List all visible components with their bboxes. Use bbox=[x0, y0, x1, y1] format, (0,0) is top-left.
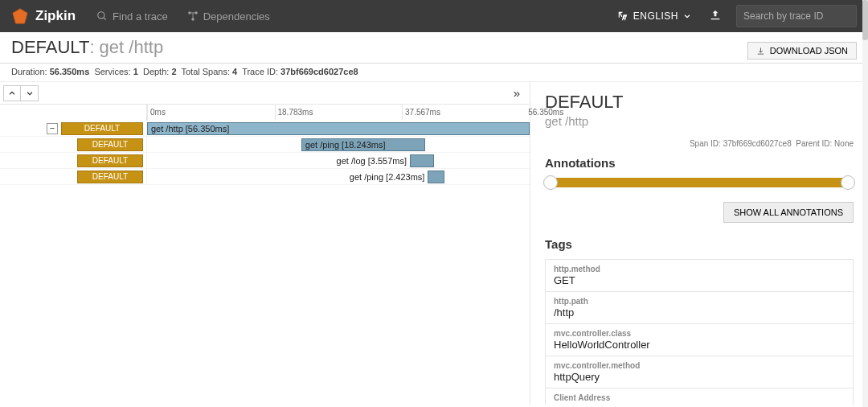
download-json-button[interactable]: DOWNLOAD JSON bbox=[747, 42, 857, 60]
detail-op: get /http bbox=[545, 114, 854, 128]
tag-key: mvc.controller.class bbox=[554, 329, 845, 338]
row-collapse-toggle[interactable]: − bbox=[47, 123, 58, 134]
timeline-panel: » 0ms 18.783ms 37.567ms 56.350ms −DEFAUL… bbox=[0, 82, 530, 405]
chevron-up-icon bbox=[8, 89, 16, 97]
parentid-value: None bbox=[834, 139, 854, 148]
service-pill: DEFAULT bbox=[61, 122, 143, 135]
svg-point-1 bbox=[98, 12, 104, 18]
span-bar-label: get /ping [2.423ms] bbox=[350, 169, 428, 185]
nav-find-label: Find a trace bbox=[113, 10, 168, 23]
trace-header: DEFAULT: get /http DOWNLOAD JSON bbox=[0, 32, 868, 64]
service-pill: DEFAULT bbox=[77, 171, 143, 183]
span-row[interactable]: DEFAULTget /ping [18.243ms] bbox=[0, 137, 530, 153]
tag-item: http.path/http bbox=[545, 292, 854, 324]
meta-depth: 2 bbox=[171, 67, 176, 76]
upload-icon bbox=[709, 9, 722, 22]
chevron-down-icon bbox=[26, 89, 34, 97]
meta-duration: 56.350ms bbox=[50, 67, 90, 76]
span-bar[interactable] bbox=[410, 154, 434, 167]
spanid-label: Span ID: bbox=[690, 139, 721, 148]
span-row[interactable]: DEFAULTget /log [3.557ms] bbox=[0, 153, 530, 169]
zipkin-logo-icon bbox=[11, 7, 29, 25]
tags-title: Tags bbox=[545, 237, 854, 251]
detail-service: DEFAULT bbox=[545, 92, 854, 113]
brand-text: Zipkin bbox=[35, 8, 76, 24]
tag-key: mvc.controller.method bbox=[554, 361, 845, 370]
meta-services: 1 bbox=[133, 67, 138, 76]
tag-item: Client Address127.0.0.1:56582 bbox=[545, 388, 854, 405]
tick: 37.567ms bbox=[402, 105, 440, 121]
id-row: Span ID: 37bf669cd6027ce8 Parent ID: Non… bbox=[545, 139, 854, 148]
show-all-annotations-button[interactable]: SHOW ALL ANNOTATIONS bbox=[723, 202, 854, 223]
top-nav: Zipkin Find a trace Dependencies ENGLISH bbox=[0, 0, 868, 32]
tag-value: 127.0.0.1:56582 bbox=[554, 403, 845, 405]
meta-depth-label: Depth: bbox=[143, 67, 169, 76]
service-pill: DEFAULT bbox=[77, 154, 143, 167]
meta-totalspans: 4 bbox=[232, 67, 237, 76]
span-rows: −DEFAULTget /http [56.350ms]DEFAULTget /… bbox=[0, 121, 530, 185]
span-row[interactable]: DEFAULTget /ping [2.423ms] bbox=[0, 169, 530, 185]
download-label: DOWNLOAD JSON bbox=[770, 46, 848, 56]
language-selector[interactable]: ENGLISH bbox=[617, 10, 691, 22]
tags-list: http.methodGEThttp.path/httpmvc.controll… bbox=[545, 259, 854, 405]
span-bar[interactable]: get /ping [18.243ms] bbox=[301, 138, 425, 151]
svg-marker-0 bbox=[13, 9, 27, 23]
span-bar[interactable] bbox=[428, 171, 444, 183]
expand-down-button[interactable] bbox=[21, 85, 39, 101]
trace-meta: Duration: 56.350ms Services: 1 Depth: 2 … bbox=[0, 64, 868, 82]
expand-up-button[interactable] bbox=[3, 85, 21, 101]
annotation-dot-start[interactable] bbox=[543, 175, 558, 190]
annotation-dot-end[interactable] bbox=[841, 175, 855, 190]
nav-dependencies[interactable]: Dependencies bbox=[187, 10, 270, 23]
language-label: ENGLISH bbox=[633, 10, 678, 22]
tick: 0ms bbox=[147, 105, 166, 121]
meta-totalspans-label: Total Spans: bbox=[181, 67, 230, 76]
translate-icon bbox=[617, 10, 628, 22]
meta-traceid-label: Trace ID: bbox=[242, 67, 278, 76]
tag-value: httpQuery bbox=[554, 371, 845, 383]
service-pill: DEFAULT bbox=[77, 138, 143, 151]
span-bar-label: get /log [3.557ms] bbox=[337, 153, 410, 169]
parentid-label: Parent ID: bbox=[796, 139, 832, 148]
tag-item: mvc.controller.classHelloWorldController bbox=[545, 324, 854, 356]
dependencies-icon bbox=[187, 10, 199, 22]
span-bar[interactable]: get /http [56.350ms] bbox=[147, 122, 530, 135]
tag-value: /http bbox=[554, 306, 845, 319]
download-icon bbox=[756, 47, 765, 56]
collapse-right-button[interactable]: » bbox=[514, 86, 526, 100]
title-op: : get /http bbox=[89, 37, 163, 57]
span-row[interactable]: −DEFAULTget /http [56.350ms] bbox=[0, 121, 530, 137]
detail-panel: DEFAULT get /http Span ID: 37bf669cd6027… bbox=[530, 82, 868, 405]
svg-line-2 bbox=[104, 18, 106, 20]
tag-item: mvc.controller.methodhttpQuery bbox=[545, 356, 854, 388]
tag-value: GET bbox=[554, 274, 845, 286]
nav-find-trace[interactable]: Find a trace bbox=[96, 10, 168, 23]
chevron-down-icon bbox=[683, 12, 691, 20]
spanid-value: 37bf669cd6027ce8 bbox=[723, 139, 792, 148]
tag-key: http.path bbox=[554, 297, 845, 306]
meta-traceid: 37bf669cd6027ce8 bbox=[280, 67, 358, 76]
search-icon bbox=[96, 10, 108, 22]
annotations-track[interactable] bbox=[545, 178, 854, 187]
tag-key: http.method bbox=[554, 265, 845, 273]
brand[interactable]: Zipkin bbox=[11, 7, 76, 25]
title-service: DEFAULT bbox=[11, 37, 89, 57]
tag-value: HelloWorldController bbox=[554, 339, 845, 351]
tag-key: Client Address bbox=[554, 393, 845, 402]
upload-button[interactable] bbox=[709, 9, 722, 24]
annotations-title: Annotations bbox=[545, 156, 854, 170]
meta-duration-label: Duration: bbox=[11, 67, 47, 76]
page-title: DEFAULT: get /http bbox=[11, 37, 163, 58]
search-input[interactable] bbox=[736, 5, 857, 27]
nav-deps-label: Dependencies bbox=[203, 10, 270, 23]
timeline-ruler: 0ms 18.783ms 37.567ms 56.350ms bbox=[146, 105, 530, 121]
tick: 18.783ms bbox=[275, 105, 313, 121]
timeline-toolbar: » bbox=[0, 82, 530, 105]
meta-services-label: Services: bbox=[94, 67, 130, 76]
tag-item: http.methodGET bbox=[545, 259, 854, 292]
